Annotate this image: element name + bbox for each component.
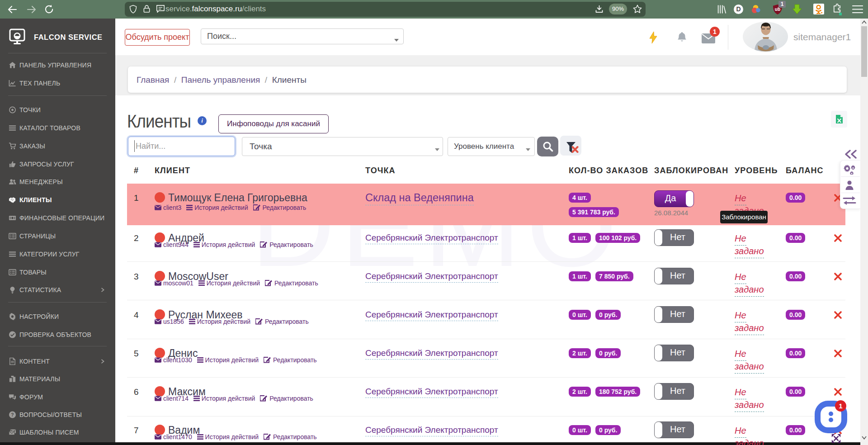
svg-text:?: ? — [11, 412, 14, 417]
